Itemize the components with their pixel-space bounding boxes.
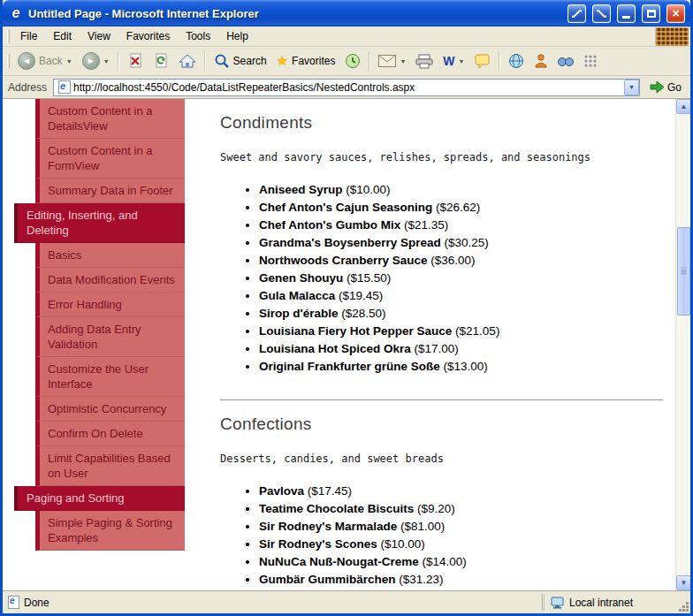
status-pane-main: e Done: [3, 591, 542, 613]
search-button[interactable]: Search: [209, 50, 271, 72]
titlebar[interactable]: e Untitled Page - Microsoft Internet Exp…: [3, 0, 690, 27]
menu-file[interactable]: File: [12, 27, 45, 46]
scroll-up-button[interactable]: ▲: [676, 99, 690, 114]
status-bar: e Done Local intranet: [3, 590, 690, 613]
menu-edit[interactable]: Edit: [45, 27, 80, 46]
product-list: Aniseed Syrup ($10.00) Chef Anton's Caju…: [220, 181, 666, 376]
stop-button[interactable]: [123, 50, 148, 72]
maximize-button[interactable]: [642, 4, 660, 23]
window-title: Untitled Page - Microsoft Internet Explo…: [28, 7, 561, 20]
messenger-button[interactable]: [529, 50, 552, 72]
local-intranet-icon: [551, 597, 565, 609]
refresh-button[interactable]: [148, 50, 173, 72]
mail-button[interactable]: ▼: [374, 52, 410, 70]
product-name: Louisiana Fiery Hot Pepper Sauce: [259, 324, 452, 338]
favorites-star-icon: ★: [277, 53, 288, 69]
minimize-button[interactable]: [617, 4, 636, 23]
product-name: Original Frankfurter grüne Soße: [259, 360, 440, 373]
menu-bar: File Edit View Favorites Tools Help: [3, 27, 690, 47]
sidebar-item-optimistic-concurrency[interactable]: Optimistic Concurrency: [35, 397, 185, 422]
sidebar-item-custom-content-detailsview[interactable]: Custom Content in a DetailsView: [35, 99, 185, 139]
word-dropdown-icon: ▼: [459, 58, 465, 65]
vertical-scrollbar[interactable]: ▲ ▼: [675, 99, 690, 590]
sidebar-item-simple-paging-sorting[interactable]: Simple Paging & Sorting Examples: [35, 511, 185, 551]
address-dropdown-button[interactable]: ▼: [624, 80, 639, 95]
forward-button[interactable]: ► ▼: [78, 49, 114, 72]
menu-view[interactable]: View: [80, 27, 118, 46]
sidebar-item-confirm-on-delete[interactable]: Confirm On Delete: [35, 422, 185, 446]
mail-dropdown-icon: ▼: [400, 58, 406, 65]
category-description: Desserts, candies, and sweet breads: [220, 452, 666, 465]
toolbar-separator: [204, 51, 206, 71]
category-description: Sweet and savory sauces, relishes, sprea…: [220, 151, 666, 164]
sidebar-item-data-modification-events[interactable]: Data Modification Events: [35, 268, 185, 293]
product-price: ($10.00): [346, 183, 390, 196]
product-item: Gula Malacca ($19.45): [259, 287, 666, 305]
product-name: Sirop d'érable: [259, 307, 338, 320]
product-item: Sir Rodney's Marmalade ($81.00): [259, 518, 666, 536]
product-item: Grandma's Boysenberry Spread ($30.25): [259, 234, 666, 252]
print-icon: [415, 54, 433, 69]
go-button[interactable]: Go: [644, 79, 687, 95]
home-button[interactable]: [174, 50, 201, 72]
resize-grip[interactable]: [676, 591, 690, 613]
sidebar-item-customize-user-interface[interactable]: Customize the User Interface: [35, 357, 185, 397]
status-text: Done: [24, 597, 50, 609]
history-icon: [345, 53, 361, 69]
edit-with-word-button[interactable]: W ▼: [438, 51, 468, 71]
ie-logo-icon: e: [8, 5, 24, 21]
product-price: ($30.25): [445, 236, 489, 249]
toolbar-grip[interactable]: [7, 29, 10, 43]
product-name: Genen Shouyu: [259, 271, 343, 285]
sidebar-item-basics[interactable]: Basics: [35, 243, 185, 268]
product-price: ($17.45): [308, 484, 352, 498]
messenger-icon: [534, 53, 548, 69]
titlebar-arrow-left-button[interactable]: [567, 4, 586, 23]
browser-window: e Untitled Page - Microsoft Internet Exp…: [0, 0, 693, 616]
product-item: Teatime Chocolate Biscuits ($9.20): [259, 500, 666, 518]
scroll-down-button[interactable]: ▼: [676, 575, 690, 590]
discuss-button[interactable]: [470, 51, 495, 72]
product-name: Chef Anton's Gumbo Mix: [259, 218, 400, 232]
product-price: ($21.35): [404, 218, 448, 232]
favorites-button[interactable]: ★ Favorites: [272, 50, 340, 72]
history-button[interactable]: [340, 50, 365, 72]
sidebar-item-summary-data-footer[interactable]: Summary Data in Footer: [35, 179, 185, 203]
product-price: ($31.23): [399, 573, 443, 586]
sidebar-header-paging-and-sorting[interactable]: Paging and Sorting: [14, 486, 185, 511]
menu-favorites[interactable]: Favorites: [118, 27, 178, 46]
sidebar-item-error-handling[interactable]: Error Handling: [35, 293, 185, 317]
address-input[interactable]: [73, 80, 624, 95]
sidebar-item-custom-content-formview[interactable]: Custom Content in a FormView: [35, 139, 185, 179]
sidebar-item-adding-data-entry-validation[interactable]: Adding Data Entry Validation: [35, 317, 185, 357]
titlebar-arrow-right-button[interactable]: [592, 4, 611, 23]
sidebar-header-editing-inserting-deleting[interactable]: Editing, Inserting, and Deleting: [14, 203, 185, 243]
product-item: Northwoods Cranberry Sauce ($36.00): [259, 252, 666, 270]
go-arrow-icon: [650, 80, 665, 94]
product-name: Sir Rodney's Scones: [259, 537, 377, 551]
product-item: Louisiana Fiery Hot Pepper Sauce ($21.05…: [259, 323, 666, 340]
product-item: Original Frankfurter grüne Soße ($13.00): [259, 358, 666, 376]
diagonal-arrows-icon: [596, 8, 607, 19]
scrollbar-thumb[interactable]: [677, 227, 690, 316]
word-icon: W: [443, 54, 454, 68]
messenger-grid-button[interactable]: [579, 51, 602, 71]
close-button[interactable]: ×: [666, 4, 685, 23]
back-button[interactable]: ◄ Back ▼: [13, 49, 77, 72]
sidebar-item-limit-capabilities[interactable]: Limit Capabilities Based on User: [35, 446, 185, 486]
menu-help[interactable]: Help: [218, 27, 256, 46]
product-item: NuNuCa Nuß-Nougat-Creme ($14.00): [259, 553, 666, 571]
print-button[interactable]: [411, 51, 438, 72]
product-name: Gula Malacca: [259, 289, 335, 302]
grid-dots-icon: [583, 54, 598, 68]
research-button[interactable]: [553, 52, 578, 70]
menu-tools[interactable]: Tools: [178, 27, 218, 46]
forward-icon: ►: [82, 52, 100, 70]
product-name: Louisiana Hot Spiced Okra: [259, 342, 411, 355]
toolbar-grip[interactable]: [7, 54, 10, 68]
product-price: ($9.20): [417, 502, 455, 515]
web-globe-button[interactable]: [504, 50, 529, 72]
home-icon: [179, 53, 196, 69]
product-price: ($81.00): [400, 520, 445, 533]
product-item: Genen Shouyu ($15.50): [259, 270, 666, 287]
